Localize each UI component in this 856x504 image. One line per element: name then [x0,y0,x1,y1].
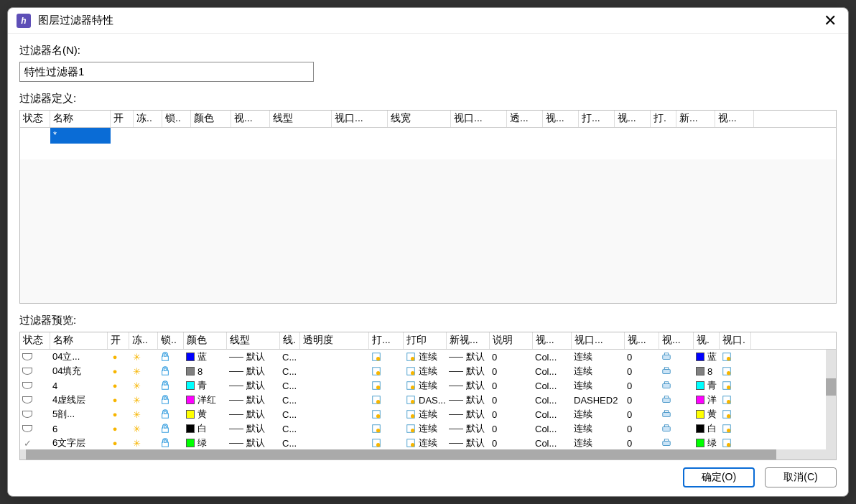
definition-header-cell[interactable]: 名称 [50,111,111,127]
preview-header-cell[interactable]: 视... [533,332,572,349]
preview-row[interactable]: 5剖...黄默认C...连续默认0Col...连续0黄 [20,407,836,421]
filter-name-input[interactable] [19,62,314,82]
svg-rect-36 [663,412,671,416]
cancel-button[interactable]: 取消(C) [765,467,837,487]
definition-header-cell[interactable]: 锁.. [162,111,191,127]
definition-header-cell[interactable]: 视口... [451,111,507,127]
definition-header-cell[interactable]: 视... [543,111,579,127]
freeze-cell [129,381,158,391]
preview-row[interactable]: 4虚线层洋红默认C...DAS...默认0Col...DASHED20洋 [20,393,836,407]
definition-header-cell[interactable]: 视... [615,111,651,127]
freeze-icon [131,366,141,376]
on-icon [110,424,120,434]
viewport-icon [371,352,381,362]
vp-plot-cell [659,352,694,362]
definition-header-cell[interactable]: 透... [507,111,543,127]
preview-header-cell[interactable]: 视. [694,332,720,349]
lock-cell [158,409,184,419]
svg-rect-5 [664,353,668,355]
lineweight-cell: C... [280,381,300,391]
vp-linetype-cell: DASHED2 [572,395,625,406]
freeze-icon [131,438,141,448]
vp-linetype-cell: 连续 [572,350,625,363]
definition-table[interactable]: 状态名称开冻..锁..颜色视...线型视口...线宽视口...透...视...打… [19,110,837,304]
preview-header-cell[interactable]: 状态 [20,332,50,349]
freeze-cell [129,395,158,405]
newvp-cell: 默认 [447,422,490,435]
preview-header-cell[interactable]: 打... [369,332,404,349]
lock-cell [158,424,184,434]
preview-table[interactable]: 状态名称开冻..锁..颜色线型线.透明度打...打印新视...说明视...视口.… [19,332,837,460]
preview-header-cell[interactable]: 名称 [50,332,108,349]
lock-icon [160,381,170,391]
lineweight-cell: C... [280,395,300,406]
desc-cell: 0 [490,352,533,363]
preview-header-cell[interactable]: 颜色 [184,332,227,349]
plot-cell: DAS... [404,395,447,406]
preview-header-cell[interactable]: 视口... [572,332,625,349]
freeze-cell [129,438,158,448]
preview-row[interactable]: 6文字层绿默认C...连续默认0Col...连续0绿 [20,436,836,449]
svg-rect-44 [663,426,671,431]
definition-header-cell[interactable]: 颜色 [191,111,231,127]
on-cell [108,381,129,391]
definition-header-cell[interactable]: 线型 [270,111,332,127]
preview-row[interactable]: 4青默认C...连续默认0Col...连续0青 [20,378,836,393]
preview-header-cell[interactable]: 打印 [404,332,447,349]
preview-header-cell[interactable]: 透明度 [300,332,369,349]
preview-header-cell[interactable]: 线. [280,332,300,349]
desc-cell: 0 [490,395,533,406]
plot-icon [661,438,671,448]
preview-header-cell[interactable]: 线型 [227,332,280,349]
ok-button[interactable]: 确定(O) [683,467,755,487]
svg-point-33 [376,414,380,418]
viewport-icon [406,424,416,434]
freeze-icon [131,381,141,391]
svg-rect-52 [663,441,671,445]
newvp-cell: 默认 [447,437,490,449]
preview-row[interactable]: 04立...蓝默认C...连续默认0Col...连续0蓝 [20,350,836,364]
definition-header-cell[interactable]: 视... [231,111,270,127]
preview-row[interactable]: 04填充8默认C...连续默认0Col...连续08 [20,364,836,378]
definition-row[interactable]: * [20,128,836,144]
preview-header-cell[interactable]: 开 [108,332,129,349]
vp-color-cell: 黄 [694,408,720,421]
freeze-icon [131,352,141,362]
layer-status-icon [22,352,32,362]
color-cell: 洋红 [184,393,227,406]
close-icon[interactable]: ✕ [821,13,839,29]
vertical-scrollbar[interactable] [826,350,836,449]
viewport-icon [406,352,416,362]
definition-header-cell[interactable]: 线宽 [388,111,451,127]
definition-header-cell[interactable]: 视口... [332,111,388,127]
plotstyle-cell [369,381,404,391]
layer-status-icon [22,395,32,405]
vp-last-cell [720,438,751,448]
definition-header-cell[interactable]: 打. [651,111,676,127]
definition-header-cell[interactable]: 新... [676,111,715,127]
preview-header-cell[interactable]: 说明 [490,332,533,349]
desc-cell: 0 [490,366,533,377]
viewport-icon [406,438,416,448]
titlebar[interactable]: h 图层过滤器特性 ✕ [8,8,848,34]
preview-header-cell[interactable]: 视口. [720,332,751,349]
definition-header-cell[interactable]: 开 [111,111,134,127]
status-cell [20,381,50,391]
svg-point-35 [411,414,414,418]
definition-header-cell[interactable]: 打... [579,111,615,127]
definition-header-cell[interactable]: 冻.. [134,111,162,127]
definition-header-cell[interactable]: 视... [715,111,754,127]
preview-header-cell[interactable]: 冻.. [129,332,158,349]
name-cell: 04填充 [50,365,108,378]
preview-header-cell[interactable]: 视... [659,332,694,349]
preview-header-cell[interactable]: 视... [625,332,659,349]
definition-header-cell[interactable]: 状态 [20,111,50,127]
horizontal-scrollbar[interactable] [20,449,836,459]
name-cell: 4虚线层 [50,393,108,406]
preview-row[interactable]: 6白默认C...连续默认0Col...连续0白 [20,421,836,436]
preview-header-cell[interactable]: 新视... [447,332,490,349]
svg-point-49 [376,443,380,447]
on-icon [110,409,120,419]
status-cell [20,395,50,405]
preview-header-cell[interactable]: 锁.. [158,332,184,349]
